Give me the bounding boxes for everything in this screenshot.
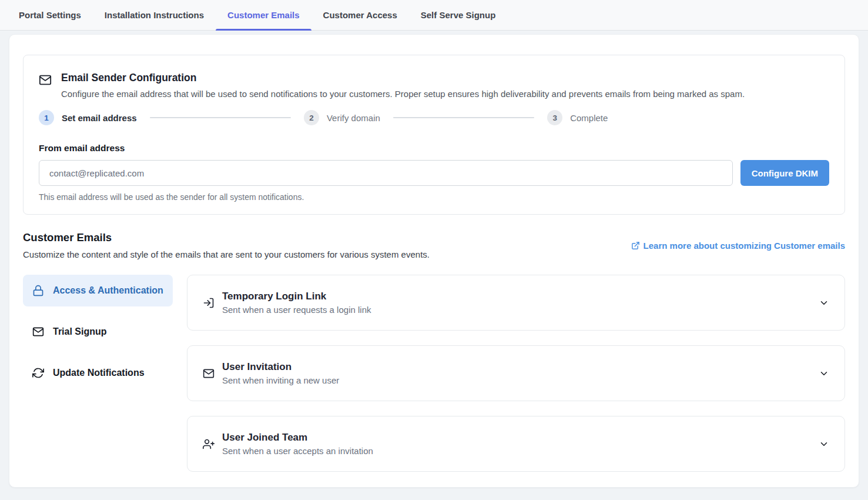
mail-icon: [32, 326, 44, 338]
learn-more-link[interactable]: Learn more about customizing Customer em…: [631, 241, 845, 251]
mail-icon: [203, 368, 215, 379]
lock-icon: [32, 285, 44, 296]
step-3-label: Complete: [570, 113, 608, 123]
setup-stepper: 1 Set email address 2 Verify domain 3 Co…: [39, 110, 608, 125]
from-email-helper-text: This email address will be used as the s…: [39, 192, 829, 202]
sender-card-description: Configure the email address that will be…: [61, 89, 745, 99]
step-2-label: Verify domain: [327, 113, 380, 123]
sender-card-title: Email Sender Configuration: [61, 72, 745, 84]
template-description: Sent when inviting a new user: [222, 375, 811, 385]
tab-bar: Portal Settings Installation Instruction…: [0, 0, 868, 31]
template-card-text: Temporary Login Link Sent when a user re…: [222, 291, 811, 315]
sidebar-item-trial-signup[interactable]: Trial Signup: [23, 316, 173, 348]
sidebar-item-label: Update Notifications: [53, 366, 145, 380]
customer-emails-description: Customize the content and style of the e…: [23, 249, 430, 259]
template-description: Sent when a user requests a login link: [222, 305, 811, 315]
customer-emails-header-text: Customer Emails Customize the content an…: [23, 231, 430, 259]
template-title: Temporary Login Link: [222, 291, 811, 302]
chevron-down-icon[interactable]: [819, 439, 829, 449]
template-title: User Joined Team: [222, 432, 811, 444]
template-card-user-invitation[interactable]: User Invitation Sent when inviting a new…: [187, 345, 845, 401]
sidebar-item-label: Trial Signup: [53, 325, 107, 339]
sidebar-item-access-authentication[interactable]: Access & Authentication: [23, 275, 173, 306]
template-card-temporary-login-link[interactable]: Temporary Login Link Sent when a user re…: [187, 275, 845, 331]
sender-card-text: Email Sender Configuration Configure the…: [61, 72, 745, 99]
customer-emails-content: Access & Authentication Trial Signup Upd…: [23, 275, 845, 472]
tab-self-serve-signup[interactable]: Self Serve Signup: [409, 0, 508, 30]
template-description: Sent when a user accepts an invitation: [222, 446, 811, 456]
template-card-user-joined-team[interactable]: User Joined Team Sent when a user accept…: [187, 416, 845, 472]
email-sender-configuration-card: Email Sender Configuration Configure the…: [23, 55, 845, 215]
tab-portal-settings[interactable]: Portal Settings: [7, 0, 93, 30]
sidebar-item-update-notifications[interactable]: Update Notifications: [23, 357, 173, 389]
chevron-down-icon[interactable]: [819, 298, 829, 308]
stepper-connector: [150, 117, 291, 118]
template-card-text: User Joined Team Sent when a user accept…: [222, 432, 811, 456]
customer-emails-title: Customer Emails: [23, 231, 430, 244]
step-set-email-address: 1 Set email address: [39, 110, 137, 125]
user-plus-icon: [203, 438, 215, 450]
stepper-connector: [393, 117, 534, 118]
tab-customer-emails[interactable]: Customer Emails: [216, 0, 311, 30]
from-email-label: From email address: [39, 143, 829, 154]
step-verify-domain: 2 Verify domain: [304, 110, 380, 125]
chevron-down-icon[interactable]: [819, 368, 829, 379]
email-category-sidebar: Access & Authentication Trial Signup Upd…: [23, 275, 173, 472]
learn-more-label: Learn more about customizing Customer em…: [644, 241, 845, 251]
step-1-circle: 1: [39, 110, 54, 125]
tab-customer-access[interactable]: Customer Access: [311, 0, 409, 30]
refresh-icon: [32, 367, 44, 379]
tab-installation-instructions[interactable]: Installation Instructions: [93, 0, 216, 30]
page-background: Email Sender Configuration Configure the…: [0, 31, 868, 500]
sidebar-item-label: Access & Authentication: [53, 284, 163, 298]
sender-card-header: Email Sender Configuration Configure the…: [39, 72, 829, 99]
template-card-text: User Invitation Sent when inviting a new…: [222, 361, 811, 385]
log-in-icon: [203, 297, 215, 309]
configure-dkim-button[interactable]: Configure DKIM: [740, 160, 829, 186]
mail-icon: [39, 74, 52, 99]
step-complete: 3 Complete: [547, 110, 608, 125]
customer-emails-header: Customer Emails Customize the content an…: [23, 231, 845, 259]
step-2-circle: 2: [304, 110, 319, 125]
from-email-input[interactable]: [39, 160, 733, 186]
step-1-label: Set email address: [62, 113, 137, 123]
main-panel: Email Sender Configuration Configure the…: [9, 34, 859, 488]
email-template-list: Temporary Login Link Sent when a user re…: [187, 275, 845, 472]
external-link-icon: [631, 241, 640, 250]
step-3-circle: 3: [547, 110, 562, 125]
from-email-row: Configure DKIM: [39, 160, 829, 186]
template-title: User Invitation: [222, 361, 811, 373]
